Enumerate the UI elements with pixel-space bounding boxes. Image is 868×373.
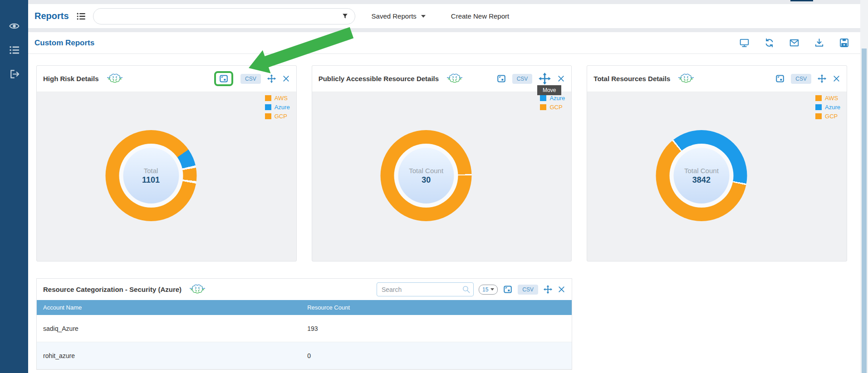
table-row: rohit_azure 0 (37, 342, 572, 369)
widget-total-resources: Total Resources Details CSV AWS (587, 65, 847, 262)
report-search-bar[interactable] (93, 8, 355, 24)
legend-swatch (540, 104, 546, 110)
expand-icon[interactable] (775, 74, 785, 83)
expand-icon[interactable] (219, 74, 229, 83)
close-icon[interactable] (558, 286, 565, 293)
eye-icon[interactable] (9, 21, 20, 31)
widget-title: Resource Categorization - Security (Azur… (43, 286, 181, 293)
donut-chart: Total Count 30 (381, 130, 472, 221)
reports-menu-icon[interactable] (76, 12, 86, 21)
widget-body: AWS Azure GCP Total 1101 (37, 92, 296, 261)
saved-reports-label: Saved Reports (372, 12, 417, 20)
search-icon[interactable] (462, 285, 471, 294)
widget-header: Publicly Accessible Resource Details CSV… (312, 66, 572, 92)
move-icon[interactable] (817, 74, 827, 83)
legend-item: AWS (815, 95, 838, 102)
expand-icon[interactable] (503, 285, 513, 294)
column-header-resource-count: Resource Count (301, 300, 572, 315)
widget-resource-categorization: Resource Categorization - Security (Azur… (36, 278, 572, 370)
ai-brain-icon (189, 284, 206, 295)
donut-chart: Total Count 3842 (656, 130, 747, 221)
monitor-icon[interactable] (739, 38, 750, 48)
filter-icon[interactable] (342, 12, 348, 20)
close-icon[interactable] (282, 75, 290, 82)
table-row: sadiq_Azure 193 (37, 315, 572, 342)
move-icon[interactable] (543, 285, 553, 294)
donut-center-label: Total (144, 167, 158, 174)
ai-brain-icon (106, 73, 123, 84)
table-actions: 15 CSV (377, 282, 565, 296)
section-actions (739, 38, 849, 48)
legend-label: GCP (549, 104, 562, 111)
legend-item: Azure (815, 104, 840, 111)
page-title: Reports (34, 11, 69, 21)
refresh-icon[interactable] (764, 38, 775, 48)
chart-legend: AWS Azure GCP (265, 95, 290, 120)
table-header-row: Account Name Resource Count (37, 300, 572, 315)
page-size-select[interactable]: 15 (479, 285, 498, 295)
report-search-input[interactable] (100, 12, 342, 20)
legend-label: Azure (825, 104, 840, 111)
mail-icon[interactable] (789, 38, 799, 48)
resource-table: Account Name Resource Count sadiq_Azure … (37, 300, 572, 369)
sidebar (0, 0, 28, 373)
saved-reports-dropdown[interactable]: Saved Reports (372, 12, 426, 20)
cell-account-name: rohit_azure (37, 342, 301, 369)
move-icon[interactable] (538, 72, 551, 85)
legend-item: GCP (815, 113, 838, 120)
divider-band (28, 28, 860, 32)
list-icon[interactable] (9, 45, 20, 55)
close-icon[interactable] (557, 75, 565, 82)
legend-swatch (815, 113, 822, 119)
expand-icon[interactable] (496, 74, 506, 83)
donut-center-label: Total Count (684, 167, 719, 174)
legend-item: GCP (540, 104, 562, 111)
legend-item: GCP (265, 113, 287, 120)
widget-title: Total Resources Details (593, 75, 670, 82)
ai-brain-icon (677, 73, 695, 84)
legend-label: AWS (825, 95, 838, 102)
top-strip (28, 0, 860, 4)
legend-item: AWS (265, 95, 288, 102)
widget-header: High Risk Details CSV (37, 66, 296, 92)
legend-item: Azure (265, 104, 290, 111)
section-header: Custom Reports (28, 32, 860, 54)
csv-button[interactable]: CSV (240, 74, 261, 84)
widget-body: AWS Azure GCP Total Count 3842 (587, 92, 847, 261)
download-icon[interactable] (814, 38, 824, 48)
chart-legend: Azure GCP (540, 95, 565, 111)
scrollbar-thumb[interactable] (862, 48, 867, 373)
table-search-input[interactable] (377, 282, 474, 296)
vertical-scrollbar[interactable] (860, 0, 868, 373)
tab-indicator (790, 0, 813, 1)
csv-button[interactable]: CSV (512, 74, 533, 84)
close-icon[interactable] (833, 75, 840, 82)
widget-actions: CSV (496, 72, 565, 85)
donut-center-label: Total Count (409, 167, 443, 174)
legend-swatch (265, 113, 271, 119)
donut-center: Total 1101 (123, 148, 179, 203)
ai-brain-icon (446, 73, 463, 84)
cell-resource-count: 0 (301, 342, 572, 369)
legend-label: GCP (275, 113, 287, 120)
save-icon[interactable] (839, 38, 849, 48)
csv-button[interactable]: CSV (791, 74, 811, 84)
legend-label: AWS (275, 95, 288, 102)
cell-account-name: sadiq_Azure (37, 315, 301, 342)
widget-body: Azure GCP Total Count 30 (312, 92, 572, 261)
create-new-report-button[interactable]: Create New Report (451, 12, 509, 20)
legend-swatch (815, 95, 822, 101)
csv-button[interactable]: CSV (518, 285, 538, 295)
table-search[interactable] (377, 282, 474, 296)
section-title: Custom Reports (34, 39, 94, 48)
legend-swatch (540, 95, 546, 101)
sign-out-icon[interactable] (9, 69, 20, 79)
widget-actions: CSV (214, 71, 290, 86)
donut-center-value: 30 (422, 175, 431, 185)
widget-header: Total Resources Details CSV (587, 66, 847, 92)
move-icon[interactable] (267, 74, 276, 83)
chevron-down-icon (421, 15, 426, 18)
widget-publicly-accessible: Publicly Accessible Resource Details CSV… (312, 65, 572, 262)
legend-swatch (265, 95, 271, 101)
legend-swatch (815, 104, 822, 110)
